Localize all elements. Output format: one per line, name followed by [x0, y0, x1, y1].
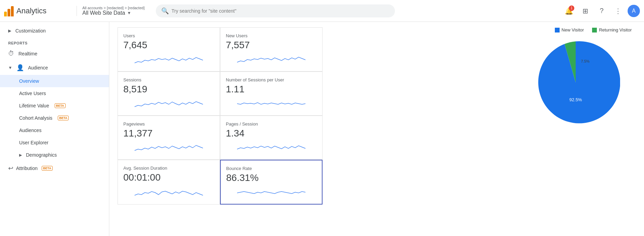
search-icon: 🔍 — [161, 7, 169, 15]
lifetime-value-beta-badge: BETA — [55, 103, 66, 108]
sidebar-item-lifetime-value[interactable]: Lifetime Value BETA — [0, 100, 109, 112]
legend-returning-visitor-label: Returning Visitor — [599, 27, 632, 32]
reports-section-label: REPORTS — [0, 37, 109, 47]
svg-rect-0 — [555, 28, 560, 32]
sidebar: ▶ Customization REPORTS ⏱ Realtime ▼ 👤 A… — [0, 22, 109, 236]
sidebar-item-audiences-label: Audiences — [19, 128, 41, 133]
sidebar-item-overview-label: Overview — [19, 78, 39, 84]
svg-rect-1 — [592, 28, 597, 32]
search-input[interactable] — [172, 8, 389, 14]
header-actions: 🔔 1 ⊞ ? ⋮ A — [562, 4, 640, 18]
sidebar-item-cohort-analysis[interactable]: Cohort Analysis BETA — [0, 112, 109, 124]
realtime-icon: ⏱ — [8, 50, 14, 57]
logo-bar-2 — [8, 9, 10, 16]
avatar[interactable]: A — [628, 5, 640, 17]
demographics-expand-icon: ▶ — [19, 153, 22, 157]
sparkline-new-users — [226, 53, 317, 64]
sparkline-avg-session-duration — [123, 186, 214, 197]
pie-chart: 92.5% 7.5% — [531, 38, 620, 127]
sidebar-item-audience-label: Audience — [28, 65, 48, 70]
metric-value-pages-session: 1.34 — [226, 128, 317, 139]
metric-value-new-users: 7,557 — [226, 40, 317, 51]
metric-card-users[interactable]: Users 7,645 — [118, 27, 220, 71]
metric-label-sessions-per-user: Number of Sessions per User — [226, 77, 317, 82]
sidebar-item-audiences[interactable]: Audiences — [0, 124, 109, 136]
logo-bar-3 — [11, 6, 14, 16]
sidebar-item-attribution[interactable]: ↩ Attribution BETA — [0, 161, 109, 175]
metric-label-new-users: New Users — [226, 33, 317, 38]
metric-label-sessions: Sessions — [123, 77, 214, 82]
account-selector[interactable]: All accounts > [redacted] > [redacted] A… — [77, 6, 152, 16]
more-options-button[interactable]: ⋮ — [611, 4, 625, 18]
cohort-analysis-beta-badge: BETA — [58, 116, 69, 120]
sidebar-item-customization-label: Customization — [15, 28, 46, 34]
attribution-beta-badge: BETA — [42, 166, 53, 171]
legend-returning-visitor: Returning Visitor — [592, 27, 632, 32]
metric-card-new-users[interactable]: New Users 7,557 — [220, 27, 323, 71]
search-bar[interactable]: 🔍 — [156, 4, 395, 17]
apps-button[interactable]: ⊞ — [578, 4, 592, 18]
help-button[interactable]: ? — [595, 4, 608, 18]
sparkline-users — [123, 53, 214, 64]
metric-card-bounce-rate[interactable]: Bounce Rate 86.31% — [220, 160, 323, 205]
metric-label-pages-session: Pages / Session — [226, 121, 317, 127]
metric-value-sessions-per-user: 1.11 — [226, 84, 317, 95]
sparkline-pages-session — [226, 142, 317, 153]
audience-icon: 👤 — [16, 64, 24, 71]
sparkline-bounce-rate — [226, 186, 316, 197]
metric-card-pages-session[interactable]: Pages / Session 1.34 — [220, 116, 323, 160]
metric-label-pageviews: Pageviews — [123, 121, 214, 127]
new-visitor-color-icon — [555, 28, 560, 32]
expand-icon: ▶ — [8, 28, 11, 33]
metric-card-sessions-per-user[interactable]: Number of Sessions per User 1.11 — [220, 71, 323, 116]
metric-value-bounce-rate: 86.31% — [226, 172, 316, 183]
sidebar-item-cohort-analysis-label: Cohort Analysis — [19, 115, 52, 121]
chart-legend: New Visitor Returning Visitor — [555, 27, 639, 32]
metrics-grid: Users 7,645 New Users 7,557 Sessions 8,5… — [118, 27, 323, 205]
metric-card-avg-session-duration[interactable]: Avg. Session Duration 00:01:00 — [118, 160, 220, 205]
metric-value-pageviews: 11,377 — [123, 128, 214, 139]
returning-visitor-color-icon — [592, 28, 597, 32]
metric-value-avg-session-duration: 00:01:00 — [123, 172, 214, 183]
sidebar-item-user-explorer-label: User Explorer — [19, 140, 49, 145]
metric-label-avg-session-duration: Avg. Session Duration — [123, 166, 214, 171]
sidebar-item-attribution-label: Attribution — [16, 166, 38, 171]
metric-value-sessions: 8,519 — [123, 84, 214, 95]
metric-label-bounce-rate: Bounce Rate — [226, 166, 316, 171]
sparkline-sessions-per-user — [226, 97, 317, 108]
metric-card-sessions[interactable]: Sessions 8,519 — [118, 71, 220, 116]
notifications-button[interactable]: 🔔 1 — [562, 4, 576, 18]
pie-label-925: 92.5% — [570, 97, 582, 102]
sidebar-item-user-explorer[interactable]: User Explorer — [0, 136, 109, 149]
sidebar-item-active-users[interactable]: Active Users — [0, 87, 109, 100]
sparkline-pageviews — [123, 142, 214, 153]
sidebar-item-realtime-label: Realtime — [18, 51, 37, 56]
pie-slice-new-visitor — [538, 41, 620, 123]
notification-badge: 1 — [569, 5, 574, 11]
metric-value-users: 7,645 — [123, 40, 214, 51]
metric-label-users: Users — [123, 33, 214, 38]
sidebar-item-demographics-label: Demographics — [26, 152, 57, 158]
sparkline-sessions — [123, 97, 214, 108]
metric-card-pageviews[interactable]: Pageviews 11,377 — [118, 116, 220, 160]
legend-new-visitor: New Visitor — [555, 27, 584, 32]
logo-icon — [4, 5, 14, 16]
header: Analytics All accounts > [redacted] > [r… — [0, 0, 644, 22]
sidebar-item-lifetime-value-label: Lifetime Value — [19, 103, 49, 108]
pie-chart-container: 92.5% 7.5% — [531, 38, 620, 127]
collapse-icon: ▼ — [8, 65, 12, 70]
sidebar-item-realtime[interactable]: ⏱ Realtime — [0, 47, 109, 61]
main-layout: ▶ Customization REPORTS ⏱ Realtime ▼ 👤 A… — [0, 22, 644, 236]
sidebar-item-demographics[interactable]: ▶ Demographics — [0, 149, 109, 161]
account-breadcrumb: All accounts > [redacted] > [redacted] — [82, 6, 146, 10]
sidebar-item-audience[interactable]: ▼ 👤 Audience — [0, 61, 109, 75]
sidebar-item-overview[interactable]: Overview — [0, 75, 109, 87]
sidebar-item-customization[interactable]: ▶ Customization — [0, 25, 109, 37]
account-name[interactable]: All Web Site Data ▼ — [82, 10, 146, 16]
attribution-icon: ↩ — [8, 165, 13, 172]
app-title: Analytics — [16, 6, 46, 15]
right-panel: New Visitor Returning Visitor — [507, 22, 644, 236]
legend-new-visitor-label: New Visitor — [562, 27, 584, 32]
pie-label-75: 7.5% — [581, 59, 589, 63]
sidebar-item-active-users-label: Active Users — [19, 91, 46, 96]
